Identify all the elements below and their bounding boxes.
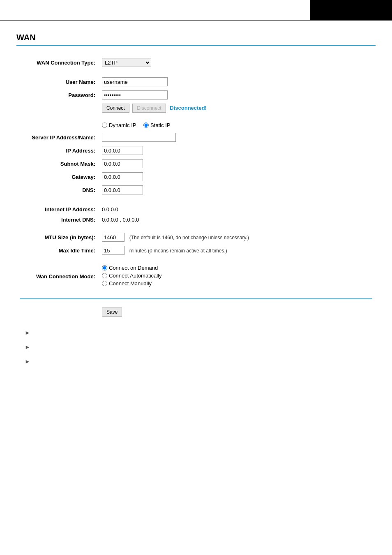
- max-idle-row: Max Idle Time: minutes (0 means remain a…: [16, 244, 376, 257]
- user-name-cell: [99, 75, 376, 88]
- ip-address-cell: 0.0.0.0: [99, 144, 376, 157]
- max-idle-input[interactable]: [102, 246, 125, 255]
- save-button[interactable]: Save: [102, 308, 122, 317]
- internet-ip-row: Internet IP Address: 0.0.0.0: [16, 202, 376, 215]
- bullet-arrow-3: ►: [25, 358, 30, 365]
- disconnected-status: Disconnected!: [170, 105, 207, 111]
- connect-buttons-row: Connect Disconnect Disconnected!: [16, 102, 376, 115]
- internet-dns-cell: 0.0.0.0 , 0.0.0.0: [99, 215, 376, 225]
- bullet-section: ► ► ►: [16, 329, 376, 365]
- dns-input[interactable]: 0.0.0.0: [102, 185, 143, 194]
- dns-label: DNS:: [16, 183, 99, 197]
- subnet-mask-input[interactable]: 0.0.0.0: [102, 159, 143, 168]
- internet-dns-value: 0.0.0.0 , 0.0.0.0: [102, 217, 139, 223]
- bullet-item-2: ►: [25, 343, 376, 350]
- ip-address-input[interactable]: 0.0.0.0: [102, 146, 143, 155]
- gateway-input[interactable]: 0.0.0.0: [102, 172, 143, 181]
- save-cell: Save: [99, 305, 376, 321]
- user-name-input[interactable]: [102, 77, 168, 86]
- bullet-arrow-1: ►: [25, 329, 30, 336]
- mtu-input[interactable]: [102, 233, 125, 242]
- dns-cell: 0.0.0.0: [99, 183, 376, 197]
- gateway-row: Gateway: 0.0.0.0: [16, 170, 376, 183]
- connect-buttons-cell: Connect Disconnect Disconnected!: [99, 102, 376, 115]
- password-row: Password:: [16, 88, 376, 102]
- internet-ip-label: Internet IP Address:: [16, 202, 99, 215]
- ip-address-row: IP Address: 0.0.0.0: [16, 144, 376, 157]
- connect-manually-option[interactable]: Connect Manually: [102, 280, 372, 287]
- header: [0, 0, 392, 21]
- user-name-row: User Name:: [16, 75, 376, 88]
- wan-mode-row: Wan Connection Mode: Connect on Demand C…: [16, 263, 376, 290]
- password-input[interactable]: [102, 90, 168, 99]
- static-ip-radio[interactable]: [143, 123, 149, 128]
- user-name-label: User Name:: [16, 75, 99, 88]
- mtu-cell: (The default is 1460, do not change unle…: [99, 231, 376, 244]
- wan-connection-type-cell: L2TP Dynamic IP Static IP PPPoE PPTP: [99, 54, 376, 71]
- static-ip-option[interactable]: Static IP: [143, 122, 170, 128]
- ip-address-label: IP Address:: [16, 144, 99, 157]
- wan-connection-type-row: WAN Connection Type: L2TP Dynamic IP Sta…: [16, 54, 376, 71]
- connect-manually-radio[interactable]: [102, 281, 107, 286]
- connect-manually-label: Connect Manually: [109, 280, 152, 287]
- bullet-arrow-2: ►: [25, 344, 30, 350]
- password-cell: [99, 88, 376, 102]
- connect-automatically-label: Connect Automatically: [109, 273, 162, 279]
- server-ip-label: Server IP Address/Name:: [16, 131, 99, 144]
- connect-automatically-option[interactable]: Connect Automatically: [102, 273, 372, 279]
- server-ip-input[interactable]: [102, 133, 176, 142]
- ip-type-row: Dynamic IP Static IP: [16, 119, 376, 131]
- dynamic-ip-label: Dynamic IP: [109, 122, 136, 128]
- ip-type-cell: Dynamic IP Static IP: [99, 119, 376, 131]
- connect-on-demand-label: Connect on Demand: [109, 265, 158, 271]
- wan-mode-label: Wan Connection Mode:: [16, 263, 99, 290]
- wan-form: WAN Connection Type: L2TP Dynamic IP Sta…: [16, 54, 376, 321]
- bottom-divider-row: [16, 290, 376, 305]
- bullet-item-1: ►: [25, 329, 376, 336]
- server-ip-cell: [99, 131, 376, 144]
- header-black-block: [310, 0, 392, 20]
- dynamic-ip-radio[interactable]: [102, 123, 107, 128]
- bullet-item-3: ►: [25, 358, 376, 365]
- internet-ip-value: 0.0.0.0: [102, 206, 118, 213]
- wan-mode-cell: Connect on Demand Connect Automatically …: [99, 263, 376, 290]
- page-title: WAN: [16, 33, 376, 42]
- subnet-mask-label: Subnot Mask:: [16, 157, 99, 170]
- connect-on-demand-radio[interactable]: [102, 265, 107, 271]
- subnet-mask-cell: 0.0.0.0: [99, 157, 376, 170]
- max-idle-label: Max Idle Time:: [16, 244, 99, 257]
- server-ip-row: Server IP Address/Name:: [16, 131, 376, 144]
- password-label: Password:: [16, 88, 99, 102]
- gateway-cell: 0.0.0.0: [99, 170, 376, 183]
- internet-ip-cell: 0.0.0.0: [99, 202, 376, 215]
- internet-dns-row: Internet DNS: 0.0.0.0 , 0.0.0.0: [16, 215, 376, 225]
- page-content: WAN WAN Connection Type: L2TP Dynamic IP…: [0, 21, 392, 384]
- wan-connection-type-label: WAN Connection Type:: [16, 54, 99, 71]
- connect-on-demand-option[interactable]: Connect on Demand: [102, 265, 372, 271]
- dynamic-ip-option[interactable]: Dynamic IP: [102, 122, 136, 128]
- section-divider-top: [16, 45, 376, 46]
- gateway-label: Gateway:: [16, 170, 99, 183]
- connect-button[interactable]: Connect: [102, 104, 129, 113]
- dns-row: DNS: 0.0.0.0: [16, 183, 376, 197]
- max-idle-cell: minutes (0 means remain active at all ti…: [99, 244, 376, 257]
- wan-connection-type-select[interactable]: L2TP Dynamic IP Static IP PPPoE PPTP: [102, 58, 151, 67]
- mtu-note: (The default is 1460, do not change unle…: [129, 235, 249, 240]
- save-row: Save: [16, 305, 376, 321]
- disconnect-button[interactable]: Disconnect: [132, 104, 166, 113]
- subnet-mask-row: Subnot Mask: 0.0.0.0: [16, 157, 376, 170]
- mtu-row: MTU Size (in bytes): (The default is 146…: [16, 231, 376, 244]
- max-idle-note: minutes (0 means remain active at all ti…: [129, 248, 227, 254]
- static-ip-label: Static IP: [150, 122, 170, 128]
- mtu-label: MTU Size (in bytes):: [16, 231, 99, 244]
- internet-dns-label: Internet DNS:: [16, 215, 99, 225]
- connect-automatically-radio[interactable]: [102, 273, 107, 278]
- section-divider-bottom: [20, 298, 372, 299]
